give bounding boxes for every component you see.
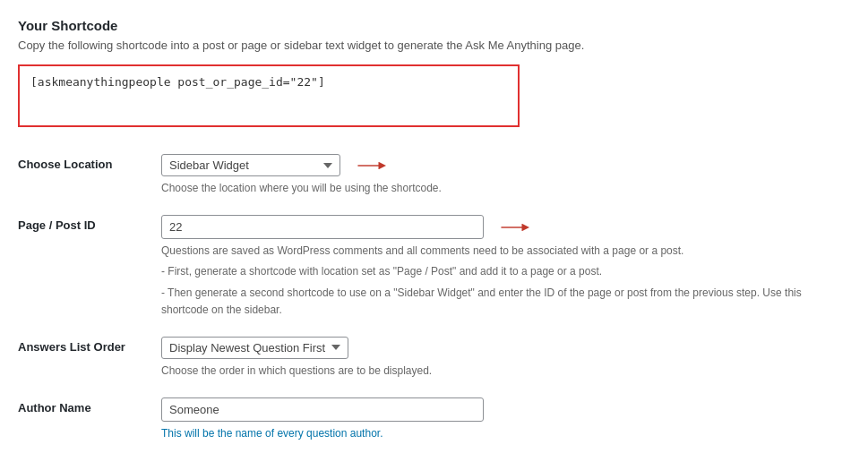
answers-list-order-label: Answers List Order	[18, 340, 125, 354]
choose-location-label: Choose Location	[18, 158, 112, 171]
location-arrow-indicator	[357, 158, 389, 174]
author-name-input[interactable]	[161, 397, 484, 422]
author-name-label: Author Name	[18, 401, 91, 415]
choose-location-help: Choose the location where you will be us…	[161, 180, 806, 197]
page-post-id-row: Page / Post ID	[18, 206, 850, 328]
choose-location-row: Choose Location Sidebar Widget Page / Po…	[18, 145, 850, 206]
choose-location-field-row: Sidebar Widget Page / Post	[161, 154, 850, 176]
page-post-id-help-line2: - First, generate a shortcode with locat…	[161, 263, 806, 280]
page-post-id-label: Page / Post ID	[18, 218, 96, 232]
shortcode-display[interactable]: [askmeanythingpeople post_or_page_id="22…	[18, 64, 520, 127]
page-wrap: Your Shortcode Copy the following shortc…	[0, 0, 868, 453]
answers-list-order-select[interactable]: Display Newest Question First Display Ol…	[161, 337, 348, 359]
settings-form: Choose Location Sidebar Widget Page / Po…	[18, 145, 850, 453]
author-name-row: Author Name This will be the name of eve…	[18, 389, 850, 451]
answers-list-order-row: Answers List Order Display Newest Questi…	[18, 328, 850, 389]
answers-list-order-help: Choose the order in which questions are …	[161, 363, 806, 380]
choose-location-select[interactable]: Sidebar Widget Page / Post	[161, 154, 340, 176]
page-title: Your Shortcode	[18, 18, 850, 33]
page-post-id-input[interactable]	[161, 215, 484, 239]
page-post-id-help-line3: - Then generate a second shortcode to us…	[161, 285, 806, 319]
page-post-id-field-row	[161, 215, 850, 239]
intro-text: Copy the following shortcode into a post…	[18, 38, 850, 52]
author-name-help: This will be the name of every question …	[161, 425, 806, 442]
page-id-arrow-indicator	[500, 219, 532, 235]
page-post-id-help-line1: Questions are saved as WordPress comment…	[161, 243, 806, 260]
